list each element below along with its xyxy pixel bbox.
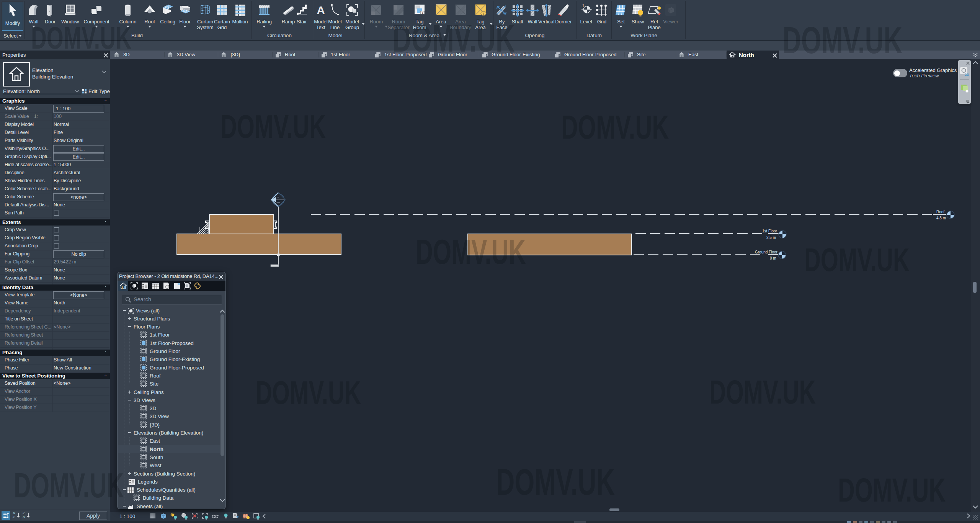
svg-text:A: A bbox=[317, 4, 325, 16]
svg-text:2D: 2D bbox=[965, 73, 969, 77]
svg-text:1: 1 bbox=[483, 12, 484, 15]
svg-text:1: 1 bbox=[421, 11, 423, 15]
svg-text:.1.: .1. bbox=[581, 4, 585, 8]
